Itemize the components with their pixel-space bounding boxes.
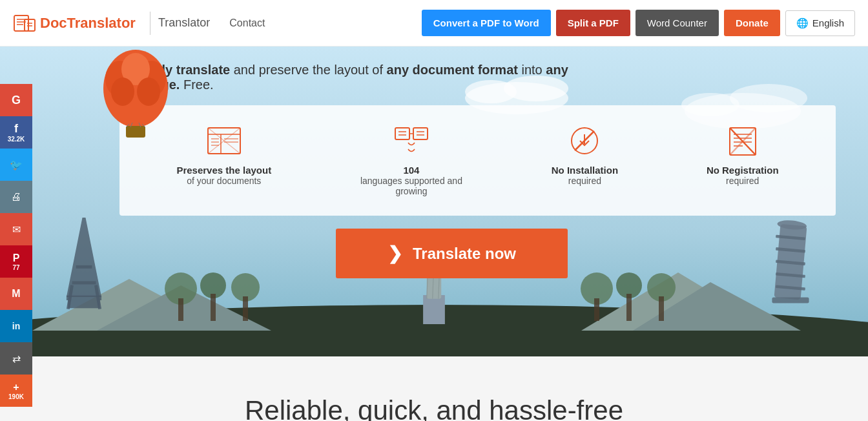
svg-rect-64 — [178, 298, 183, 321]
hero-free: Free. — [183, 77, 214, 92]
svg-rect-0 — [14, 15, 28, 31]
hero-format: any document format — [387, 63, 518, 77]
language-button[interactable]: 🌐 English — [785, 10, 855, 36]
no-register-icon — [723, 125, 762, 157]
feature-noreg-sub: required — [726, 176, 759, 186]
convert-pdf-button[interactable]: Convert a PDF to Word — [422, 10, 551, 36]
feature-noinstall-sub: required — [568, 176, 601, 186]
balloon — [97, 46, 174, 172]
logo-text: DocTranslator — [40, 15, 136, 32]
print-icon: 🖨 — [11, 191, 21, 203]
social-linkedin[interactable]: in — [0, 310, 32, 342]
pinterest-count: 77 — [12, 264, 19, 271]
svg-rect-19 — [126, 126, 145, 138]
hero-part4: into — [521, 63, 542, 77]
svg-rect-4 — [25, 19, 35, 31]
social-email[interactable]: ✉ — [0, 213, 32, 245]
svg-rect-94 — [772, 297, 809, 303]
layout-icon — [205, 125, 243, 157]
logo-icon — [13, 14, 36, 32]
header-divider — [150, 12, 150, 35]
language-flag-icon: 🌐 — [796, 17, 809, 29]
languages-icon — [392, 125, 431, 157]
social-facebook[interactable]: f 32.2K — [0, 116, 32, 149]
svg-point-17 — [111, 77, 134, 106]
feature-no-register: No Registration required — [707, 125, 779, 186]
svg-rect-84 — [626, 294, 632, 321]
linkedin-icon: in — [12, 321, 20, 331]
pinterest-icon: P — [13, 252, 20, 264]
email-icon: ✉ — [12, 223, 21, 236]
translate-button-wrap: ❯ Translate now — [36, 229, 868, 278]
svg-rect-58 — [72, 281, 96, 284]
twitter-icon: 🐦 — [10, 159, 23, 171]
plus-icon: + — [13, 382, 19, 393]
feature-lang-title: 104 — [403, 165, 419, 176]
bottom-title: Reliable, quick, and hassle-free — [13, 395, 855, 421]
feature-lang-sub: languages supported and growing — [360, 176, 463, 196]
social-pinterest[interactable]: P 77 — [0, 245, 32, 278]
gmail-icon: M — [12, 288, 20, 300]
svg-rect-69 — [423, 295, 445, 324]
facebook-count: 32.2K — [8, 136, 25, 143]
feature-noinstall-title: No Installation — [552, 165, 618, 176]
feature-languages: 104 languages supported and growing — [360, 125, 463, 196]
translate-now-button[interactable]: ❯ Translate now — [336, 229, 568, 278]
bottom-section: Reliable, quick, and hassle-free Preserv… — [0, 356, 868, 421]
donate-button[interactable]: Donate — [724, 10, 780, 36]
social-twitter[interactable]: 🐦 — [0, 149, 32, 181]
svg-point-18 — [137, 77, 160, 106]
logo-area: DocTranslator — [13, 14, 136, 32]
features-box: Preserves the layout of your documents 1… — [119, 105, 836, 216]
social-google[interactable]: G — [0, 84, 32, 116]
nav-translator[interactable]: Translator — [158, 16, 210, 30]
hero-part2: and preserve the layout of — [234, 63, 383, 77]
svg-rect-82 — [594, 298, 599, 321]
feature-layout: Preserves the layout of your documents — [176, 125, 271, 186]
google-icon: G — [12, 94, 21, 107]
svg-rect-86 — [659, 296, 664, 321]
nav-buttons: Convert a PDF to Word Split a PDF Word C… — [422, 10, 855, 36]
social-plus[interactable]: + 190K — [0, 375, 32, 407]
social-print[interactable]: 🖨 — [0, 181, 32, 213]
language-label: English — [812, 17, 844, 28]
svg-rect-60 — [68, 300, 99, 308]
translate-label: Translate now — [413, 245, 516, 263]
no-install-icon — [565, 125, 604, 157]
svg-rect-68 — [243, 296, 248, 321]
svg-rect-66 — [211, 294, 216, 321]
hero-section: Instantly translate and preserve the lay… — [0, 46, 868, 356]
svg-rect-37 — [413, 128, 428, 139]
social-gmail[interactable]: M — [0, 278, 32, 310]
social-share[interactable]: ⇄ — [0, 342, 32, 375]
svg-rect-34 — [395, 128, 409, 139]
header: DocTranslator Translator Contact Convert… — [0, 0, 868, 46]
translate-arrow-icon: ❯ — [388, 243, 402, 264]
plus-count: 190K — [8, 393, 24, 400]
split-pdf-button[interactable]: Split a PDF — [556, 10, 630, 36]
facebook-icon: f — [14, 122, 18, 136]
share-icon: ⇄ — [12, 353, 21, 365]
feature-noreg-title: No Registration — [707, 165, 779, 176]
feature-layout-sub: of your documents — [187, 176, 261, 186]
feature-no-install: No Installation required — [552, 125, 618, 186]
nav-contact[interactable]: Contact — [229, 17, 265, 29]
word-counter-button[interactable]: Word Counter — [636, 10, 719, 36]
feature-layout-title: Preserves the layout — [176, 165, 271, 176]
social-sidebar: G f 32.2K 🐦 🖨 ✉ P 77 M in ⇄ + 190K — [0, 84, 32, 407]
